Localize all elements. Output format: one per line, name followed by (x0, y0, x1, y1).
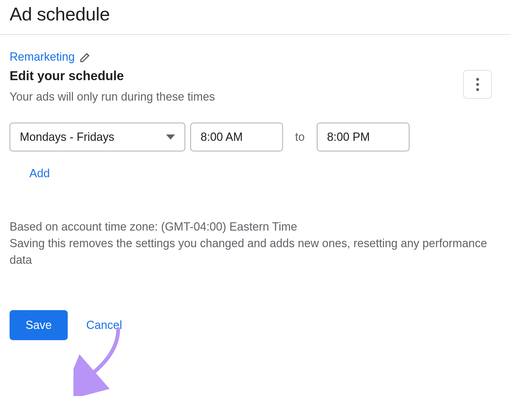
breadcrumb: Remarketing (10, 50, 501, 64)
start-time-field[interactable]: 8:00 AM (190, 123, 283, 151)
timezone-note: Based on account time zone: (GMT-04:00) … (10, 218, 489, 235)
add-schedule-button[interactable]: Add (29, 167, 50, 180)
days-select-value: Mondays - Fridays (20, 130, 114, 144)
pencil-icon[interactable] (79, 50, 92, 63)
days-select[interactable]: Mondays - Fridays (10, 123, 185, 151)
start-time-value: 8:00 AM (201, 130, 243, 144)
breadcrumb-link[interactable]: Remarketing (10, 50, 75, 64)
to-separator: to (288, 130, 312, 144)
chevron-down-icon (166, 134, 175, 140)
more-options-button[interactable] (463, 70, 492, 99)
action-row: Save Cancel (10, 310, 501, 340)
page-title: Ad schedule (10, 3, 501, 25)
section-subtitle: Your ads will only run during these time… (10, 90, 501, 103)
end-time-value: 8:00 PM (327, 130, 370, 144)
save-button[interactable]: Save (10, 310, 68, 340)
section-title: Edit your schedule (10, 69, 501, 83)
page-header: Ad schedule (0, 0, 511, 35)
footer-notes: Based on account time zone: (GMT-04:00) … (10, 218, 489, 269)
cancel-button[interactable]: Cancel (83, 310, 125, 340)
more-vertical-icon (476, 78, 479, 91)
schedule-row: Mondays - Fridays 8:00 AM to 8:00 PM (10, 123, 501, 151)
end-time-field[interactable]: 8:00 PM (317, 123, 409, 151)
save-warning-note: Saving this removes the settings you cha… (10, 235, 489, 268)
